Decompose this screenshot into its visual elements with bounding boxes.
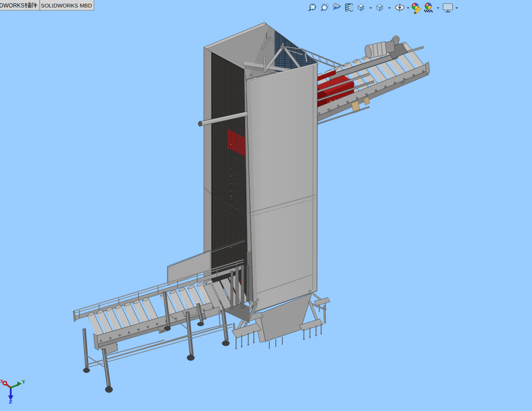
svg-text:Z: Z bbox=[9, 399, 12, 404]
svg-text:X: X bbox=[0, 378, 4, 384]
svg-text:SOLIDWORKS MBD: SOLIDWORKS MBD bbox=[41, 2, 92, 9]
svg-text:SOLIDWORKS: SOLIDWORKS bbox=[0, 2, 24, 9]
svg-text:Y: Y bbox=[22, 379, 26, 384]
